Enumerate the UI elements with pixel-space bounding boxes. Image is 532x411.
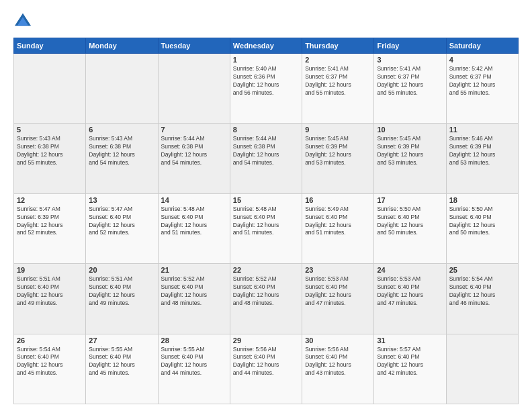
column-header-monday: Monday (86, 38, 158, 54)
calendar-cell: 30Sunrise: 5:56 AM Sunset: 6:40 PM Dayli… (302, 334, 374, 404)
calendar-cell (86, 54, 158, 124)
calendar-cell: 3Sunrise: 5:41 AM Sunset: 6:37 PM Daylig… (374, 54, 446, 124)
calendar-cell (14, 54, 86, 124)
calendar-cell: 25Sunrise: 5:54 AM Sunset: 6:40 PM Dayli… (446, 264, 518, 334)
calendar-cell: 20Sunrise: 5:51 AM Sunset: 6:40 PM Dayli… (86, 264, 158, 334)
column-header-tuesday: Tuesday (158, 38, 230, 54)
day-number: 17 (377, 196, 443, 204)
day-info: Sunrise: 5:45 AM Sunset: 6:39 PM Dayligh… (305, 135, 371, 167)
day-info: Sunrise: 5:56 AM Sunset: 6:40 PM Dayligh… (305, 346, 371, 378)
day-number: 13 (89, 196, 154, 204)
day-number: 7 (161, 126, 227, 134)
day-info: Sunrise: 5:44 AM Sunset: 6:38 PM Dayligh… (233, 135, 299, 167)
calendar-cell (446, 334, 518, 404)
day-info: Sunrise: 5:41 AM Sunset: 6:37 PM Dayligh… (305, 65, 371, 97)
day-info: Sunrise: 5:57 AM Sunset: 6:40 PM Dayligh… (377, 346, 443, 378)
calendar-cell: 5Sunrise: 5:43 AM Sunset: 6:38 PM Daylig… (14, 124, 86, 193)
day-number: 18 (449, 196, 515, 204)
day-info: Sunrise: 5:41 AM Sunset: 6:37 PM Dayligh… (377, 65, 443, 97)
day-number: 14 (161, 196, 227, 204)
day-number: 30 (305, 336, 371, 345)
logo (13, 12, 35, 31)
logo-icon (13, 12, 32, 31)
day-number: 6 (89, 126, 154, 134)
calendar-cell: 22Sunrise: 5:52 AM Sunset: 6:40 PM Dayli… (230, 264, 302, 334)
day-info: Sunrise: 5:53 AM Sunset: 6:40 PM Dayligh… (377, 275, 443, 308)
day-number: 19 (17, 266, 83, 274)
calendar-cell: 2Sunrise: 5:41 AM Sunset: 6:37 PM Daylig… (302, 54, 374, 124)
header (13, 12, 519, 31)
calendar-cell: 13Sunrise: 5:47 AM Sunset: 6:40 PM Dayli… (86, 193, 158, 263)
day-info: Sunrise: 5:55 AM Sunset: 6:40 PM Dayligh… (161, 346, 227, 378)
day-number: 25 (449, 266, 515, 274)
day-info: Sunrise: 5:47 AM Sunset: 6:40 PM Dayligh… (89, 205, 154, 238)
day-number: 9 (305, 126, 371, 134)
day-info: Sunrise: 5:45 AM Sunset: 6:39 PM Dayligh… (377, 135, 443, 167)
calendar-cell: 12Sunrise: 5:47 AM Sunset: 6:39 PM Dayli… (14, 193, 86, 263)
column-header-sunday: Sunday (14, 38, 86, 54)
day-number: 21 (161, 266, 227, 274)
calendar-cell: 10Sunrise: 5:45 AM Sunset: 6:39 PM Dayli… (374, 124, 446, 193)
day-info: Sunrise: 5:51 AM Sunset: 6:40 PM Dayligh… (17, 275, 83, 308)
day-info: Sunrise: 5:52 AM Sunset: 6:40 PM Dayligh… (233, 275, 299, 308)
day-number: 8 (233, 126, 299, 134)
day-number: 16 (305, 196, 371, 204)
day-number: 11 (449, 126, 515, 134)
column-header-saturday: Saturday (446, 38, 518, 54)
day-info: Sunrise: 5:43 AM Sunset: 6:38 PM Dayligh… (89, 135, 154, 167)
day-number: 10 (377, 126, 443, 134)
day-number: 2 (305, 56, 371, 64)
day-number: 27 (89, 336, 154, 345)
day-info: Sunrise: 5:48 AM Sunset: 6:40 PM Dayligh… (233, 205, 299, 238)
day-number: 28 (161, 336, 227, 345)
calendar-week-row: 19Sunrise: 5:51 AM Sunset: 6:40 PM Dayli… (14, 264, 519, 334)
day-info: Sunrise: 5:54 AM Sunset: 6:40 PM Dayligh… (17, 346, 83, 378)
day-info: Sunrise: 5:54 AM Sunset: 6:40 PM Dayligh… (449, 275, 515, 308)
day-number: 23 (305, 266, 371, 274)
day-number: 12 (17, 196, 83, 204)
day-info: Sunrise: 5:50 AM Sunset: 6:40 PM Dayligh… (449, 205, 515, 238)
calendar-week-row: 12Sunrise: 5:47 AM Sunset: 6:39 PM Dayli… (14, 193, 519, 263)
calendar-cell: 31Sunrise: 5:57 AM Sunset: 6:40 PM Dayli… (374, 334, 446, 404)
day-number: 1 (233, 56, 299, 64)
day-number: 31 (377, 336, 443, 345)
day-info: Sunrise: 5:53 AM Sunset: 6:40 PM Dayligh… (305, 275, 371, 308)
calendar-page: SundayMondayTuesdayWednesdayThursdayFrid… (0, 0, 532, 411)
calendar-cell: 24Sunrise: 5:53 AM Sunset: 6:40 PM Dayli… (374, 264, 446, 334)
calendar-cell: 23Sunrise: 5:53 AM Sunset: 6:40 PM Dayli… (302, 264, 374, 334)
day-info: Sunrise: 5:47 AM Sunset: 6:39 PM Dayligh… (17, 205, 83, 238)
calendar-cell: 14Sunrise: 5:48 AM Sunset: 6:40 PM Dayli… (158, 193, 230, 263)
calendar-cell: 1Sunrise: 5:40 AM Sunset: 6:36 PM Daylig… (230, 54, 302, 124)
day-info: Sunrise: 5:44 AM Sunset: 6:38 PM Dayligh… (161, 135, 227, 167)
day-info: Sunrise: 5:51 AM Sunset: 6:40 PM Dayligh… (89, 275, 154, 308)
column-header-friday: Friday (374, 38, 446, 54)
day-info: Sunrise: 5:40 AM Sunset: 6:36 PM Dayligh… (233, 65, 299, 97)
day-info: Sunrise: 5:48 AM Sunset: 6:40 PM Dayligh… (161, 205, 227, 238)
calendar-table: SundayMondayTuesdayWednesdayThursdayFrid… (13, 38, 519, 404)
calendar-week-row: 5Sunrise: 5:43 AM Sunset: 6:38 PM Daylig… (14, 124, 519, 193)
day-info: Sunrise: 5:49 AM Sunset: 6:40 PM Dayligh… (305, 205, 371, 238)
calendar-cell: 18Sunrise: 5:50 AM Sunset: 6:40 PM Dayli… (446, 193, 518, 263)
day-number: 4 (449, 56, 515, 64)
calendar-cell: 6Sunrise: 5:43 AM Sunset: 6:38 PM Daylig… (86, 124, 158, 193)
calendar-cell: 17Sunrise: 5:50 AM Sunset: 6:40 PM Dayli… (374, 193, 446, 263)
day-info: Sunrise: 5:42 AM Sunset: 6:37 PM Dayligh… (449, 65, 515, 97)
calendar-cell (158, 54, 230, 124)
calendar-week-row: 1Sunrise: 5:40 AM Sunset: 6:36 PM Daylig… (14, 54, 519, 124)
calendar-cell: 21Sunrise: 5:52 AM Sunset: 6:40 PM Dayli… (158, 264, 230, 334)
calendar-cell: 29Sunrise: 5:56 AM Sunset: 6:40 PM Dayli… (230, 334, 302, 404)
calendar-cell: 4Sunrise: 5:42 AM Sunset: 6:37 PM Daylig… (446, 54, 518, 124)
calendar-cell: 16Sunrise: 5:49 AM Sunset: 6:40 PM Dayli… (302, 193, 374, 263)
day-number: 15 (233, 196, 299, 204)
day-number: 5 (17, 126, 83, 134)
column-header-thursday: Thursday (302, 38, 374, 54)
day-number: 26 (17, 336, 83, 345)
day-info: Sunrise: 5:46 AM Sunset: 6:39 PM Dayligh… (449, 135, 515, 167)
calendar-cell: 15Sunrise: 5:48 AM Sunset: 6:40 PM Dayli… (230, 193, 302, 263)
day-number: 3 (377, 56, 443, 64)
calendar-cell: 11Sunrise: 5:46 AM Sunset: 6:39 PM Dayli… (446, 124, 518, 193)
calendar-cell: 7Sunrise: 5:44 AM Sunset: 6:38 PM Daylig… (158, 124, 230, 193)
day-info: Sunrise: 5:50 AM Sunset: 6:40 PM Dayligh… (377, 205, 443, 238)
day-info: Sunrise: 5:56 AM Sunset: 6:40 PM Dayligh… (233, 346, 299, 378)
column-header-wednesday: Wednesday (230, 38, 302, 54)
